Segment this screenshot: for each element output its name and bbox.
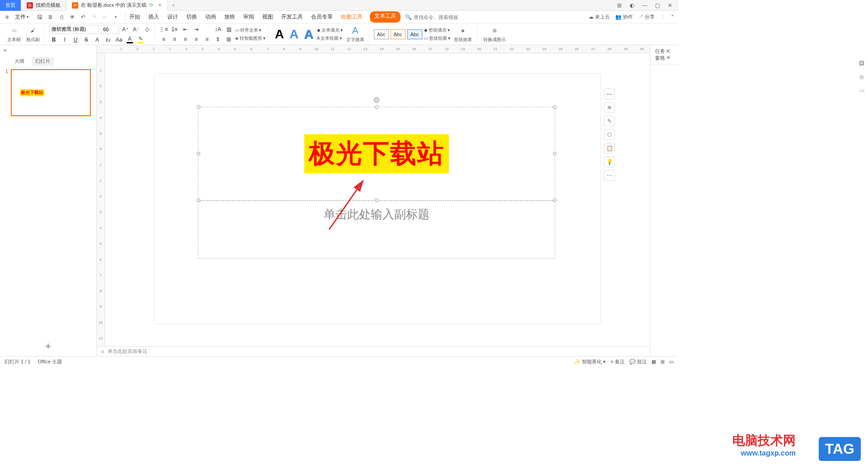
slide-stage[interactable]: 极光下载站 单击此处输入副标题 — ≋ ✎ ⬠ 📋 💡	[105, 53, 650, 346]
indent-inc-button[interactable]: ⇥	[192, 25, 201, 33]
idea-icon[interactable]: 💡	[604, 156, 615, 167]
expand-icon[interactable]: ⌃	[670, 14, 675, 20]
text-effect-button[interactable]: A 文字效果	[344, 25, 366, 44]
maximize-button[interactable]: ▢	[653, 1, 662, 10]
collapse-icon[interactable]: «	[0, 45, 96, 55]
menu-tab-developer[interactable]: 开发工具	[280, 11, 304, 23]
indent-dec-button[interactable]: ⇤	[181, 25, 190, 33]
cloud-status[interactable]: ☁ 未上云	[589, 14, 610, 20]
apps-icon[interactable]: ⊞	[615, 1, 624, 10]
collapse-float-icon[interactable]: —	[604, 89, 615, 99]
slide[interactable]: 极光下载站 单击此处输入副标题	[155, 74, 600, 324]
shape-style-3[interactable]: Abc	[407, 29, 422, 39]
align-text-button[interactable]: ▭ 对齐文本 ▾	[235, 27, 265, 33]
thumbnail-item[interactable]: 1 极光下载站	[5, 69, 91, 116]
font-color-button[interactable]: A	[125, 36, 134, 44]
menu-tab-transition[interactable]: 切换	[185, 11, 198, 23]
user-icon[interactable]: ◐	[627, 1, 637, 10]
view-sorter-icon[interactable]: ⊞	[660, 359, 665, 365]
hamburger-icon[interactable]: ≡	[4, 12, 10, 22]
save-icon[interactable]: 🖫	[36, 13, 44, 21]
subtitle-textbox[interactable]: 单击此处输入副标题	[198, 201, 555, 258]
menu-tab-review[interactable]: 审阅	[242, 11, 255, 23]
bold-button[interactable]: B	[49, 36, 58, 44]
menu-tab-design[interactable]: 设计	[166, 11, 179, 23]
clear-format-button[interactable]: ◇	[142, 25, 151, 33]
notes-bar[interactable]: ≡ 单击此处添加备注	[97, 346, 650, 356]
pen-icon[interactable]: ✎	[604, 116, 615, 127]
case-button[interactable]: Aa	[114, 36, 123, 44]
underline-button[interactable]: U	[71, 36, 80, 44]
pin-icon[interactable]: ⇱	[666, 49, 670, 54]
notes-placeholder[interactable]: 单击此处添加备注	[108, 348, 147, 355]
shape-style-1[interactable]: Abc	[374, 29, 389, 39]
redo-icon[interactable]: ↷	[90, 13, 98, 21]
print-icon[interactable]: ⎙	[57, 13, 66, 21]
font-select[interactable]	[49, 25, 99, 34]
share-button[interactable]: ↗ 分享	[638, 14, 655, 20]
menu-tab-start[interactable]: 开始	[128, 11, 141, 23]
shape-fill-button[interactable]: ◆ 形状填充 ▾	[424, 27, 450, 33]
undo-icon[interactable]: ↶	[79, 13, 87, 21]
outline-tab[interactable]: 大纲	[11, 57, 28, 66]
minimize-button[interactable]: —	[640, 1, 649, 10]
close-button[interactable]: ✕	[665, 1, 675, 10]
wordart-style-2[interactable]: A	[288, 27, 300, 42]
wordart-style-1[interactable]: A	[273, 27, 286, 42]
menu-tab-insert[interactable]: 插入	[147, 11, 160, 23]
spacing-button[interactable]: ⇕	[213, 35, 222, 43]
tab-document[interactable]: P 在 盼望着.docx 中的 演示文稿 ⟳ ✕	[66, 0, 168, 11]
distribute-button[interactable]: ≡	[203, 35, 212, 43]
tabs-button[interactable]: ⊞	[224, 35, 233, 43]
columns-button[interactable]: ▥	[224, 25, 233, 33]
file-menu[interactable]: 文件 ▾	[11, 11, 32, 23]
menu-tab-text-tools[interactable]: 文本工具	[370, 11, 401, 23]
menu-tab-drawing[interactable]: 绘图工具	[340, 11, 363, 23]
size-select[interactable]	[101, 25, 119, 34]
rotate-handle[interactable]	[374, 97, 379, 103]
align-right-button[interactable]: ≡	[181, 35, 190, 43]
text-fill-button[interactable]: ◆ 文本填充 ▾	[317, 27, 343, 33]
preview-icon[interactable]: 👁	[68, 13, 76, 21]
beautify-button[interactable]: ✨ 智能美化 ▾	[574, 358, 606, 365]
search-input[interactable]	[414, 14, 468, 20]
italic-button[interactable]: I	[60, 36, 69, 44]
wordart-style-3[interactable]: A	[302, 27, 315, 42]
grow-font-button[interactable]: A⁺	[121, 25, 130, 33]
menu-tab-view[interactable]: 视图	[261, 11, 274, 23]
view-normal-icon[interactable]: ▦	[651, 359, 656, 365]
comments-toggle[interactable]: 💬 批注	[629, 358, 647, 365]
close-pane-icon[interactable]: ✕	[666, 55, 670, 60]
subscript-button[interactable]: x₂	[104, 36, 113, 44]
menu-tab-animation[interactable]: 动画	[204, 11, 217, 23]
title-textbox[interactable]: 极光下载站	[198, 107, 555, 201]
shape-style-2[interactable]: Abc	[391, 29, 406, 39]
shape-effect-button[interactable]: ◈ 形状效果	[452, 25, 474, 44]
highlight-button[interactable]: ✎	[136, 36, 145, 44]
align-justify-button[interactable]: ≡	[192, 35, 201, 43]
shrink-font-button[interactable]: A⁻	[132, 25, 141, 33]
format-brush-button[interactable]: 🖌 格式刷	[24, 25, 42, 44]
direction-button[interactable]: ↕A	[213, 25, 222, 33]
shape-outline-button[interactable]: ▭ 形状轮廓 ▾	[424, 35, 450, 42]
dropdown-icon[interactable]: ▾	[112, 13, 120, 21]
more-icon[interactable]: ⋮	[660, 14, 665, 20]
align-left-button[interactable]: ≡	[159, 35, 168, 43]
convert-diagram-button[interactable]: ⊞ 转换成图示	[481, 25, 508, 44]
cut-icon[interactable]: ✂	[101, 13, 109, 21]
smart-shape-button[interactable]: ◈ 转智能图形 ▾	[235, 35, 265, 42]
menu-tab-member[interactable]: 会员专享	[310, 11, 334, 23]
add-tab-button[interactable]: +	[168, 2, 179, 9]
coop-button[interactable]: 👥 协作	[615, 14, 633, 20]
layers-icon[interactable]: ≋	[604, 102, 615, 113]
slides-tab[interactable]: 幻灯片	[32, 57, 54, 66]
textbox-button[interactable]: ▭ 文本框	[5, 25, 23, 44]
title-text[interactable]: 极光下载站	[304, 134, 449, 173]
saveas-icon[interactable]: 🗎	[47, 13, 55, 21]
add-slide-button[interactable]: +	[0, 336, 96, 356]
text-outline-button[interactable]: A 文本轮廓 ▾	[317, 35, 343, 42]
subtitle-text[interactable]: 单击此处输入副标题	[324, 207, 429, 222]
thumbnail[interactable]: 极光下载站	[11, 69, 91, 116]
menu-tab-slideshow[interactable]: 放映	[223, 11, 236, 23]
view-reading-icon[interactable]: ▭	[669, 359, 674, 365]
